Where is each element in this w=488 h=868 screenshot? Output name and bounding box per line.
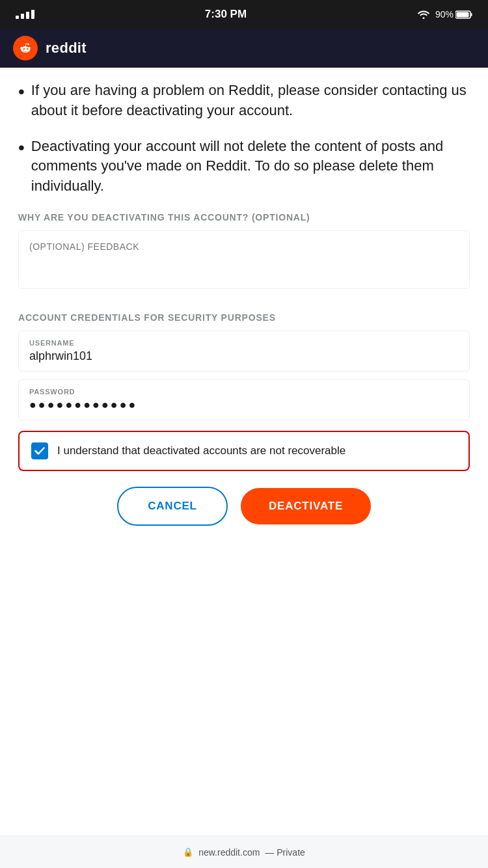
password-value[interactable]: ●●●●●●●●●●●● bbox=[29, 398, 459, 412]
status-time: 7:30 PM bbox=[205, 8, 247, 21]
signal-bar-2 bbox=[21, 14, 24, 19]
lock-icon: 🔒 bbox=[183, 847, 193, 857]
signal-bar-3 bbox=[26, 12, 29, 19]
username-value[interactable]: alphrwin101 bbox=[29, 349, 459, 363]
password-field-container: PASSWORD ●●●●●●●●●●●● bbox=[18, 379, 470, 420]
signal-bar-1 bbox=[16, 16, 19, 19]
battery-indicator: 90% bbox=[435, 9, 472, 20]
bullet-dot-1: • bbox=[18, 82, 25, 102]
bullet-item-1: • If you are having a problem on Reddit,… bbox=[18, 81, 470, 121]
svg-rect-1 bbox=[457, 12, 469, 17]
credentials-section: USERNAME alphrwin101 PASSWORD ●●●●●●●●●●… bbox=[18, 331, 470, 420]
bullet-text-1: If you are having a problem on Reddit, p… bbox=[31, 81, 470, 121]
reddit-wordmark: reddit bbox=[46, 40, 87, 57]
app-header: reddit bbox=[0, 29, 488, 68]
signal-bar-4 bbox=[31, 10, 34, 19]
checkmark-icon bbox=[34, 447, 45, 455]
svg-rect-2 bbox=[471, 13, 472, 16]
bullet-text-2: Deactivating your account will not delet… bbox=[31, 137, 470, 197]
understand-checkbox-row[interactable]: I understand that deactivated accounts a… bbox=[18, 431, 470, 471]
battery-icon-svg bbox=[455, 10, 472, 19]
site-url: new.reddit.com bbox=[198, 847, 260, 858]
understand-checkbox-label: I understand that deactivated accounts a… bbox=[57, 444, 457, 458]
privacy-label: — Private bbox=[265, 847, 305, 858]
cancel-button[interactable]: CANCEL bbox=[117, 487, 228, 526]
username-field-container: USERNAME alphrwin101 bbox=[18, 331, 470, 372]
bullet-section: • If you are having a problem on Reddit,… bbox=[18, 81, 470, 197]
password-label: PASSWORD bbox=[29, 388, 459, 396]
signal-indicator bbox=[16, 10, 34, 19]
battery-percentage: 90% bbox=[435, 9, 454, 20]
status-right-icons: 90% bbox=[417, 9, 472, 20]
feedback-textarea[interactable] bbox=[18, 230, 470, 289]
main-content: • If you are having a problem on Reddit,… bbox=[0, 68, 488, 835]
credentials-section-label: ACCOUNT CREDENTIALS FOR SECURITY PURPOSE… bbox=[18, 312, 470, 323]
action-buttons-row: CANCEL DEACTIVATE bbox=[18, 487, 470, 539]
bottom-bar: 🔒 new.reddit.com — Private bbox=[0, 835, 488, 868]
why-section-label: WHY ARE YOU DEACTIVATING THIS ACCOUNT? (… bbox=[18, 212, 470, 223]
understand-checkbox[interactable] bbox=[31, 442, 48, 459]
deactivate-button[interactable]: DEACTIVATE bbox=[241, 488, 371, 524]
reddit-logo bbox=[13, 36, 38, 61]
status-bar: 7:30 PM 90% bbox=[0, 0, 488, 29]
bullet-item-2: • Deactivating your account will not del… bbox=[18, 137, 470, 197]
wifi-icon bbox=[417, 10, 430, 19]
scroll-content: • If you are having a problem on Reddit,… bbox=[0, 68, 488, 554]
username-label: USERNAME bbox=[29, 339, 459, 347]
bullet-dot-2: • bbox=[18, 138, 25, 158]
reddit-alien-icon bbox=[18, 40, 33, 56]
